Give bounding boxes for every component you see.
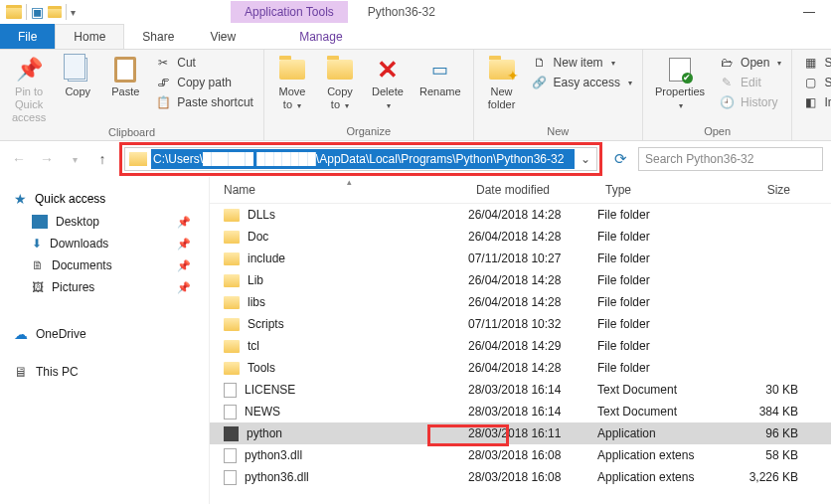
folder-icon xyxy=(224,340,240,353)
file-row[interactable]: NEWS28/03/2018 16:14Text Document384 KB xyxy=(210,401,831,422)
file-row[interactable]: include07/11/2018 10:27File folder xyxy=(210,248,831,269)
file-row[interactable]: python28/03/2018 16:11Application96 KB xyxy=(210,422,831,444)
file-name: python3.dll xyxy=(245,448,302,462)
qat-customize-icon[interactable]: ▾ xyxy=(71,7,76,18)
body-area: ★Quick access Desktop📌 ⬇Downloads📌 🗎Docu… xyxy=(0,177,831,504)
sidebar-downloads[interactable]: ⬇Downloads📌 xyxy=(14,233,209,254)
copy-to-icon xyxy=(324,56,356,84)
sidebar-pictures[interactable]: 🖼Pictures📌 xyxy=(14,276,209,298)
file-row[interactable]: Tools26/04/2018 14:28File folder xyxy=(210,357,831,379)
copy-to-button[interactable]: Copyto ▾ xyxy=(318,52,362,112)
pc-icon: 🖥 xyxy=(14,364,28,380)
folder-icon xyxy=(224,274,240,287)
file-row[interactable]: Scripts07/11/2018 10:32File folder xyxy=(210,313,831,335)
file-row[interactable]: tcl26/04/2018 14:29File folder xyxy=(210,335,831,357)
context-tab-label: Application Tools xyxy=(231,1,348,23)
address-bar[interactable]: ⌄ xyxy=(124,147,597,171)
file-type: Application xyxy=(597,426,725,440)
col-type[interactable]: Type xyxy=(597,177,725,203)
file-name: Lib xyxy=(248,273,263,287)
file-row[interactable]: python3.dll28/03/2018 16:08Application e… xyxy=(210,444,831,466)
file-date: 28/03/2018 16:08 xyxy=(468,470,597,484)
tab-view[interactable]: View xyxy=(192,24,253,49)
move-to-button[interactable]: Moveto ▾ xyxy=(270,52,314,112)
col-size[interactable]: Size xyxy=(725,177,798,203)
paste-shortcut-button[interactable]: 📋Paste shortcut xyxy=(151,93,257,111)
invert-selection-button[interactable]: ◧Invert selection xyxy=(798,93,831,111)
file-type: File folder xyxy=(597,317,725,331)
sidebar-desktop[interactable]: Desktop📌 xyxy=(14,211,209,233)
address-input[interactable] xyxy=(151,149,575,169)
delete-button[interactable]: ✕ Delete▾ xyxy=(366,52,410,112)
file-type: File folder xyxy=(597,208,725,222)
file-size: 30 KB xyxy=(725,383,798,397)
quick-access-toolbar: ▣ ▾ xyxy=(0,4,82,20)
document-icon: 🗎 xyxy=(32,258,44,272)
desktop-icon xyxy=(32,215,48,229)
minimize-button[interactable]: — xyxy=(787,0,831,24)
new-item-button[interactable]: 🗋New item▾ xyxy=(528,54,636,72)
refresh-button[interactable]: ⟳ xyxy=(608,150,632,168)
edit-button[interactable]: ✎Edit xyxy=(715,74,785,91)
file-type: Application extens xyxy=(597,470,725,484)
file-row[interactable]: DLLs26/04/2018 14:28File folder xyxy=(210,204,831,226)
address-dropdown-icon[interactable]: ⌄ xyxy=(575,152,596,166)
folder-icon xyxy=(224,231,240,244)
sidebar-this-pc[interactable]: 🖥This PC xyxy=(14,360,209,384)
sidebar-documents[interactable]: 🗎Documents📌 xyxy=(14,254,209,276)
tab-share[interactable]: Share xyxy=(124,24,192,49)
up-button[interactable]: ↑ xyxy=(91,148,113,170)
copy-button[interactable]: Copy xyxy=(56,52,99,98)
sidebar-onedrive[interactable]: ☁OneDrive xyxy=(14,322,209,346)
delete-icon: ✕ xyxy=(372,56,404,84)
forward-button[interactable]: → xyxy=(36,148,58,170)
sidebar-quick-access[interactable]: ★Quick access xyxy=(14,187,209,211)
col-date[interactable]: Date modified xyxy=(468,177,597,203)
pin-icon: 📌 xyxy=(177,216,191,229)
separator xyxy=(66,4,67,20)
column-headers: Name▴ Date modified Type Size xyxy=(210,177,831,204)
file-list-area: Name▴ Date modified Type Size DLLs26/04/… xyxy=(209,177,831,504)
download-icon: ⬇ xyxy=(32,237,42,251)
qat-open-icon[interactable] xyxy=(48,6,62,18)
copy-path-button[interactable]: 🖇Copy path xyxy=(151,74,257,91)
tab-manage[interactable]: Manage xyxy=(281,24,360,49)
file-date: 07/11/2018 10:27 xyxy=(468,252,597,265)
pin-quick-access-button[interactable]: 📌 Pin to Quickaccess xyxy=(6,52,52,124)
history-button[interactable]: 🕘History xyxy=(715,93,785,111)
file-type: Text Document xyxy=(597,383,725,397)
col-name[interactable]: Name▴ xyxy=(210,177,468,203)
file-row[interactable]: libs26/04/2018 14:28File folder xyxy=(210,291,831,313)
cut-button[interactable]: ✂Cut xyxy=(151,54,257,72)
file-size: 384 KB xyxy=(725,405,798,419)
file-row[interactable]: LICENSE28/03/2018 16:14Text Document30 K… xyxy=(210,379,831,401)
file-row[interactable]: Lib26/04/2018 14:28File folder xyxy=(210,269,831,291)
folder-icon xyxy=(224,296,240,309)
recent-button[interactable]: ▾ xyxy=(64,148,85,170)
new-folder-button[interactable]: ✦ Newfolder xyxy=(480,52,524,111)
file-name: libs xyxy=(248,295,265,309)
open-button[interactable]: 🗁Open▾ xyxy=(715,54,785,72)
window-controls: — xyxy=(787,0,831,24)
file-type: File folder xyxy=(597,273,725,287)
rename-button[interactable]: ▭ Rename xyxy=(414,52,467,98)
move-to-icon xyxy=(276,56,308,84)
tab-file[interactable]: File xyxy=(0,24,55,49)
file-row[interactable]: Doc26/04/2018 14:28File folder xyxy=(210,226,831,248)
file-row[interactable]: python36.dll28/03/2018 16:08Application … xyxy=(210,466,831,488)
file-type: Text Document xyxy=(597,405,725,419)
title-bar: ▣ ▾ Application Tools Python36-32 — xyxy=(0,0,831,24)
paste-button[interactable]: Paste xyxy=(103,52,147,98)
back-button[interactable]: ← xyxy=(8,148,30,170)
select-none-button[interactable]: ▢Select none xyxy=(798,74,831,91)
search-box[interactable]: Search Python36-32 xyxy=(638,147,823,171)
qat-properties-icon[interactable]: ▣ xyxy=(31,4,44,20)
file-icon xyxy=(224,470,237,485)
properties-button[interactable]: Properties▾ xyxy=(649,52,711,112)
easy-access-button[interactable]: 🔗Easy access▾ xyxy=(528,74,636,91)
folder-icon xyxy=(224,252,240,265)
pin-label: Pin to Quickaccess xyxy=(12,85,46,124)
tab-home[interactable]: Home xyxy=(55,24,124,49)
group-label: Open xyxy=(649,123,786,140)
select-all-button[interactable]: ▦Select all xyxy=(798,54,831,72)
